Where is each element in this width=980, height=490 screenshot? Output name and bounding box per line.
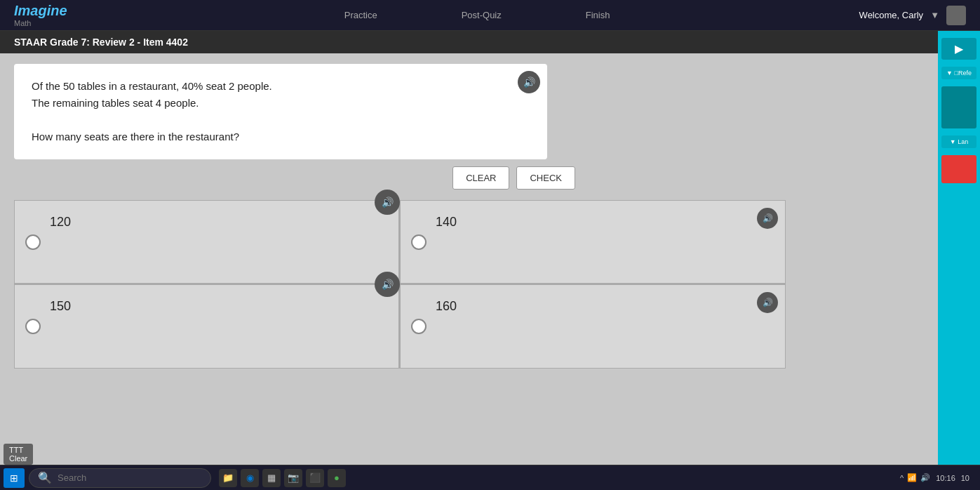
right-sidebar: ▶ ▼ □Refe ▼ Lan xyxy=(938,31,980,465)
answer-row-1: 120 140 🔊 xyxy=(14,200,786,284)
answer-value-c: 150 xyxy=(50,299,71,313)
nav-step-finish[interactable]: Finish xyxy=(586,10,610,20)
windows-icon: ⊞ xyxy=(10,472,18,484)
brand-sub: Math xyxy=(14,19,67,27)
taskbar-app1-icon[interactable]: ▦ xyxy=(262,469,281,487)
widget-line2: Clear xyxy=(9,454,27,463)
answer-cell-d: 160 🔊 xyxy=(400,284,786,369)
chevron-down-icon[interactable]: ▼ xyxy=(930,10,939,20)
check-button[interactable]: CHECK xyxy=(516,166,575,190)
sidebar-lang-content xyxy=(941,155,976,183)
question-line1: Of the 50 tables in a restaurant, 40% se… xyxy=(32,78,530,95)
welcome-area: Welcome, Carly ▼ xyxy=(859,6,966,25)
speaker-icon: 🔊 xyxy=(523,77,535,88)
tray-volume-icon[interactable]: 🔊 xyxy=(920,473,930,482)
taskbar-time: 10:16 xyxy=(936,474,955,482)
answer-radio-d[interactable] xyxy=(411,319,427,334)
nav-step-practice[interactable]: Practice xyxy=(344,10,377,20)
top-navigation: Imagine Math Practice Post-Quiz Finish W… xyxy=(0,0,980,31)
brand-name: Imagine xyxy=(14,3,67,19)
taskbar-icons: 📁 ◉ ▦ 📷 ⬛ ● xyxy=(219,469,346,487)
answers-section: 🔊 120 140 🔊 🔊 xyxy=(14,200,786,369)
answer-d-audio[interactable]: 🔊 xyxy=(757,292,778,313)
answer-value-a: 120 xyxy=(50,215,71,229)
search-input[interactable] xyxy=(58,472,202,483)
question-box: Of the 50 tables in a restaurant, 40% se… xyxy=(14,64,547,159)
taskbar-date: 10 xyxy=(961,474,969,482)
answer-cell-b: 140 🔊 xyxy=(400,200,786,284)
action-buttons: CLEAR CHECK xyxy=(14,166,575,190)
taskbar-right: ^ 📶 🔊 10:16 10 xyxy=(900,473,976,482)
taskbar-edge-icon[interactable]: ◉ xyxy=(241,469,259,487)
taskbar: ⊞ 🔍 📁 ◉ ▦ 📷 ⬛ ● ^ 📶 🔊 10:16 10 xyxy=(0,465,980,490)
nav-steps: Practice Post-Quiz Finish xyxy=(95,10,859,20)
tray-wifi-icon: 📶 xyxy=(907,473,917,482)
answer-cell-c: 150 xyxy=(14,284,400,369)
answer-cell-a: 120 xyxy=(14,200,400,284)
brand-area: Imagine Math xyxy=(14,3,67,27)
main-area: STAAR Grade 7: Review 2 - Item 4402 Of t… xyxy=(0,31,980,465)
start-button[interactable]: ⊞ xyxy=(4,468,25,488)
answer-value-d: 160 xyxy=(436,299,457,313)
answer-b-audio[interactable]: 🔊 xyxy=(757,208,778,229)
search-icon: 🔍 xyxy=(38,471,52,484)
clear-button[interactable]: CLEAR xyxy=(452,166,509,190)
avatar xyxy=(946,6,966,25)
answers-top-audio-button[interactable]: 🔊 xyxy=(375,190,400,215)
taskbar-app3-icon[interactable]: ⬛ xyxy=(306,469,324,487)
sidebar-refer-content xyxy=(941,86,976,128)
content-area: STAAR Grade 7: Review 2 - Item 4402 Of t… xyxy=(0,31,980,465)
question-line3: How many seats are there in the restaura… xyxy=(32,128,530,145)
answer-row-2: 150 160 🔊 xyxy=(14,284,786,369)
answers-center-audio-button[interactable]: 🔊 xyxy=(375,272,400,297)
sys-tray: ^ 📶 🔊 xyxy=(900,473,930,482)
bottom-left-widget: TTT Clear xyxy=(4,444,33,465)
question-audio-button[interactable]: 🔊 xyxy=(518,71,540,93)
taskbar-app2-icon[interactable]: 📷 xyxy=(284,469,302,487)
search-bar[interactable]: 🔍 xyxy=(29,468,211,488)
sidebar-refer-section: ▼ □Refe xyxy=(941,67,976,79)
sidebar-lang-section: ▼ Lan xyxy=(941,135,976,148)
answer-radio-a[interactable] xyxy=(25,234,41,250)
answer-radio-c[interactable] xyxy=(25,319,41,334)
taskbar-files-icon[interactable]: 📁 xyxy=(219,469,237,487)
answer-value-b: 140 xyxy=(436,215,457,229)
tray-chevron[interactable]: ^ xyxy=(900,474,904,482)
taskbar-app4-icon[interactable]: ● xyxy=(328,469,346,487)
nav-step-postquiz[interactable]: Post-Quiz xyxy=(462,10,502,20)
sidebar-next-button[interactable]: ▶ xyxy=(941,38,976,60)
answer-radio-b[interactable] xyxy=(411,234,427,250)
question-header: STAAR Grade 7: Review 2 - Item 4402 xyxy=(0,31,980,53)
widget-line1: TTT xyxy=(9,446,27,454)
question-line2: The remaining tables seat 4 people. xyxy=(32,95,530,112)
welcome-text: Welcome, Carly xyxy=(859,10,924,20)
